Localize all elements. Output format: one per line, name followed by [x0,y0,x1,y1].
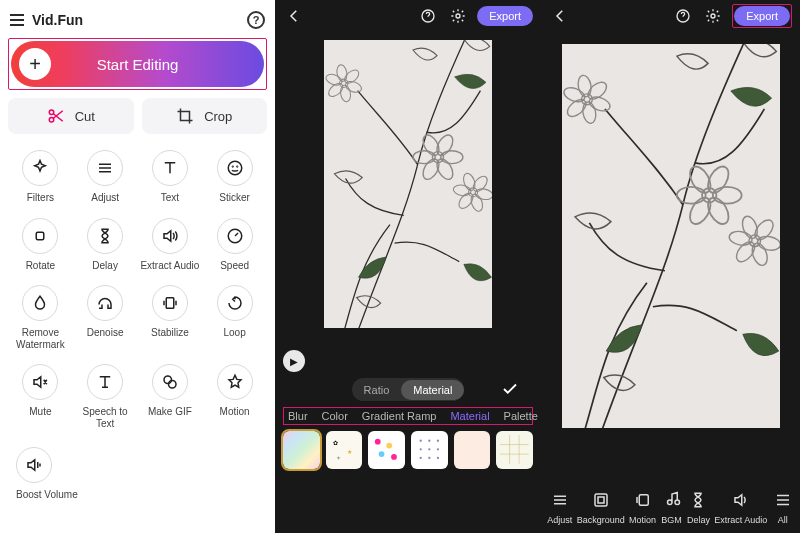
help-circle-icon [675,8,691,24]
help-icon[interactable]: ? [247,11,265,29]
tool-adjust[interactable]: Adjust [73,150,138,204]
rotate-icon [31,227,49,245]
subtab-palette[interactable]: Palette [504,410,538,422]
headphones-icon [96,294,114,312]
svg-rect-53 [598,497,604,503]
svg-point-43 [437,440,439,442]
mode-ratio[interactable]: Ratio [352,380,402,400]
subtab-blur[interactable]: Blur [288,410,308,422]
sliders-icon [96,159,114,177]
menu-icon [774,491,792,509]
tool-mute[interactable]: Mute [8,364,73,429]
back-button[interactable] [283,5,305,27]
settings-button-right[interactable] [702,5,724,27]
swatch-pattern-6[interactable] [496,431,533,469]
export-button-right[interactable]: Export [734,6,790,26]
svg-rect-52 [595,494,607,506]
tool-text[interactable]: Text [138,150,203,204]
tool-speed[interactable]: Speed [202,218,267,272]
gauge-icon [226,227,244,245]
text-icon [161,159,179,177]
help-circle-icon [420,8,436,24]
start-editing-label: Start Editing [11,56,264,73]
swatch-pattern-5[interactable] [454,431,491,469]
tool-rotate[interactable]: Rotate [8,218,73,272]
tool-delay[interactable]: Delay [73,218,138,272]
mute-icon [31,373,49,391]
arrow-left-icon [551,7,569,25]
tool-loop[interactable]: Loop [202,285,267,350]
motion-icon [634,491,652,509]
gif-icon [161,373,179,391]
svg-point-42 [428,440,430,442]
help-button[interactable] [417,5,439,27]
preview-mid[interactable] [318,34,498,334]
tool-remove-watermark[interactable]: Remove Watermark [8,285,73,350]
btool-delay[interactable]: Delay [687,489,710,525]
mode-material[interactable]: Material [401,380,464,400]
subtab-color[interactable]: Color [322,410,348,422]
crop-icon [176,107,194,125]
start-editing-button[interactable]: + Start Editing [11,41,264,87]
tool-speech-to-text[interactable]: Speech to Text [73,364,138,429]
stabilize-icon [161,294,179,312]
play-button[interactable]: ▶ [283,350,305,372]
gear-icon [705,8,721,24]
svg-point-26 [237,166,238,167]
help-button-right[interactable] [672,5,694,27]
subtab-gradient[interactable]: Gradient Ramp [362,410,437,422]
tool-extract-audio[interactable]: Extract Audio [138,218,203,272]
svg-rect-29 [166,298,174,309]
cut-button[interactable]: Cut [8,98,134,134]
tool-boost-volume[interactable]: Boost Volume [6,447,269,500]
btool-adjust[interactable]: Adjust [547,489,572,525]
background-mode-toggle: Ratio Material [352,378,465,401]
cut-label: Cut [75,109,95,124]
crop-label: Crop [204,109,232,124]
menu-icon[interactable] [6,14,24,26]
tool-motion[interactable]: Motion [202,364,267,429]
swatch-pattern-4[interactable] [411,431,448,469]
preview-right[interactable] [556,38,786,434]
btool-extract-audio[interactable]: Extract Audio [714,489,767,525]
arrow-left-icon [285,7,303,25]
hourglass-icon [689,491,707,509]
subtab-material[interactable]: Material [450,410,489,422]
swatch-pattern-2[interactable]: ✿★✦ [326,431,363,469]
material-swatches: ✿★✦ [275,431,541,469]
svg-point-45 [428,448,430,450]
btool-bgm[interactable]: BGM [661,489,683,525]
crop-button[interactable]: Crop [142,98,268,134]
svg-point-25 [232,166,233,167]
hourglass-icon [96,227,114,245]
swatch-pattern-3[interactable] [368,431,405,469]
confirm-button[interactable] [501,380,519,402]
scissors-icon [47,107,65,125]
gear-icon [450,8,466,24]
btool-background[interactable]: Background [577,489,625,525]
svg-text:✿: ✿ [333,440,338,446]
svg-point-30 [164,376,172,384]
settings-button[interactable] [447,5,469,27]
loop-icon [226,294,244,312]
tool-stabilize[interactable]: Stabilize [138,285,203,350]
star-icon [226,373,244,391]
tool-filters[interactable]: Filters [8,150,73,204]
material-subtabs: Blur Color Gradient Ramp Material Palett… [288,410,528,422]
btool-motion[interactable]: Motion [629,489,656,525]
tool-sticker[interactable]: Sticker [202,150,267,204]
export-button[interactable]: Export [477,6,533,26]
svg-point-51 [711,14,715,18]
tool-denoise[interactable]: Denoise [73,285,138,350]
svg-rect-27 [37,232,45,240]
svg-text:★: ★ [347,449,352,455]
tool-make-gif[interactable]: Make GIF [138,364,203,429]
btool-all[interactable]: All [772,489,794,525]
audio-out-icon [732,491,750,509]
swatch-rainbow[interactable] [283,431,320,469]
svg-point-41 [420,440,422,442]
bottom-toolbar: Adjust Background Motion BGM Delay Extra… [541,483,800,533]
svg-point-23 [49,118,54,123]
back-button-right[interactable] [549,5,571,27]
preview-canvas [324,40,492,328]
